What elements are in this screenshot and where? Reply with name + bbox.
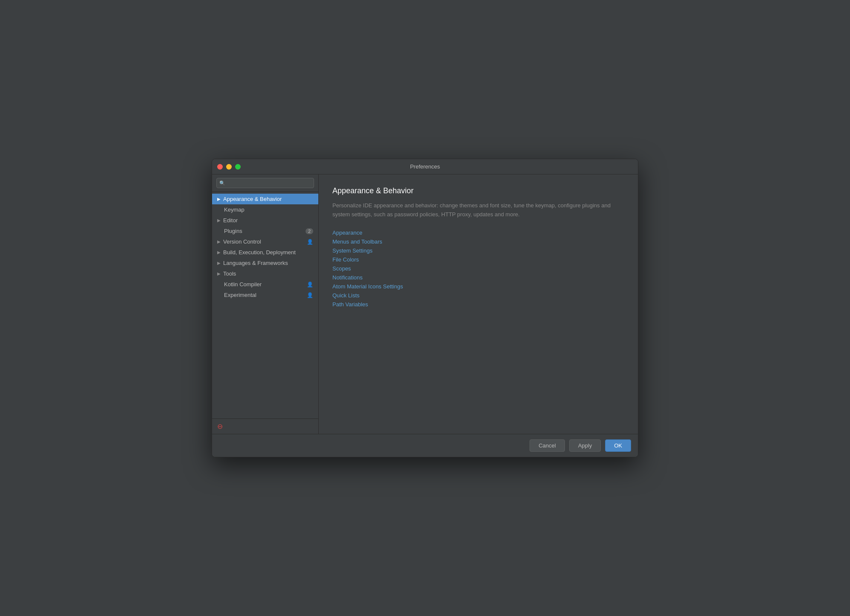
sidebar-item-experimental[interactable]: Experimental 👤 — [212, 290, 318, 300]
sidebar-bottom: ⊖ — [212, 418, 318, 434]
person-icon: 👤 — [307, 239, 313, 245]
link-notifications[interactable]: Notifications — [332, 274, 624, 281]
help-icon[interactable]: ⊖ — [217, 423, 223, 430]
sidebar-item-label: Keymap — [224, 206, 245, 213]
window-controls — [217, 164, 241, 169]
content-area: Appearance & Behavior Personalize IDE ap… — [319, 174, 638, 434]
link-appearance[interactable]: Appearance — [332, 230, 624, 236]
sidebar-item-label: Appearance & Behavior — [223, 196, 282, 202]
arrow-icon: ▶ — [217, 197, 221, 201]
sidebar-item-label: Editor — [223, 217, 238, 224]
sidebar-item-label: Languages & Frameworks — [223, 260, 288, 266]
link-list: Appearance Menus and Toolbars System Set… — [332, 230, 624, 308]
maximize-button[interactable] — [235, 164, 241, 169]
preferences-window: Preferences 🔍 ▶ Appearance & Behavior Ke… — [212, 159, 638, 457]
plugins-badge: 2 — [306, 228, 313, 234]
sidebar-item-label: Plugins — [224, 228, 242, 234]
sidebar-item-label: Version Control — [223, 238, 261, 245]
sidebar-item-version-control[interactable]: ▶ Version Control 👤 — [212, 236, 318, 247]
sidebar-item-plugins[interactable]: Plugins 2 — [212, 226, 318, 236]
arrow-icon: ▶ — [217, 218, 221, 223]
sidebar-item-label: Tools — [223, 270, 236, 277]
sidebar-item-label: Build, Execution, Deployment — [223, 249, 296, 256]
close-button[interactable] — [217, 164, 223, 169]
person-icon: 👤 — [307, 282, 313, 288]
ok-button[interactable]: OK — [605, 439, 631, 452]
link-path-variables[interactable]: Path Variables — [332, 301, 624, 308]
arrow-icon: ▶ — [217, 239, 221, 244]
sidebar-item-label: Experimental — [224, 292, 256, 298]
sidebar-item-editor[interactable]: ▶ Editor — [212, 215, 318, 226]
search-input[interactable] — [216, 178, 314, 188]
nav-list: ▶ Appearance & Behavior Keymap ▶ Editor … — [212, 192, 318, 418]
link-file-colors[interactable]: File Colors — [332, 256, 624, 263]
sidebar-item-build-execution[interactable]: ▶ Build, Execution, Deployment — [212, 247, 318, 258]
person-icon: 👤 — [307, 292, 313, 298]
sidebar-item-keymap[interactable]: Keymap — [212, 204, 318, 215]
apply-button[interactable]: Apply — [569, 439, 601, 452]
arrow-icon: ▶ — [217, 261, 221, 265]
search-icon: 🔍 — [219, 180, 225, 186]
arrow-icon: ▶ — [217, 250, 221, 255]
sidebar: 🔍 ▶ Appearance & Behavior Keymap ▶ Edito — [212, 174, 319, 434]
search-container: 🔍 — [212, 174, 318, 192]
footer: Cancel Apply OK — [212, 434, 638, 457]
sidebar-item-languages[interactable]: ▶ Languages & Frameworks — [212, 258, 318, 268]
content-description: Personalize IDE appearance and behavior:… — [332, 201, 624, 219]
main-content: 🔍 ▶ Appearance & Behavior Keymap ▶ Edito — [212, 174, 638, 434]
minimize-button[interactable] — [226, 164, 232, 169]
link-scopes[interactable]: Scopes — [332, 265, 624, 272]
link-atom-material[interactable]: Atom Material Icons Settings — [332, 283, 624, 290]
content-title: Appearance & Behavior — [332, 186, 624, 195]
arrow-icon: ▶ — [217, 271, 221, 276]
link-quick-lists[interactable]: Quick Lists — [332, 292, 624, 299]
window-title: Preferences — [410, 163, 440, 170]
link-system-settings[interactable]: System Settings — [332, 247, 624, 254]
sidebar-item-appearance-behavior[interactable]: ▶ Appearance & Behavior — [212, 194, 318, 204]
search-wrapper: 🔍 — [216, 178, 314, 188]
title-bar: Preferences — [212, 159, 638, 174]
sidebar-item-tools[interactable]: ▶ Tools — [212, 268, 318, 279]
link-menus-toolbars[interactable]: Menus and Toolbars — [332, 238, 624, 245]
cancel-button[interactable]: Cancel — [530, 439, 565, 452]
sidebar-item-kotlin-compiler[interactable]: Kotlin Compiler 👤 — [212, 279, 318, 290]
sidebar-item-label: Kotlin Compiler — [224, 281, 262, 288]
